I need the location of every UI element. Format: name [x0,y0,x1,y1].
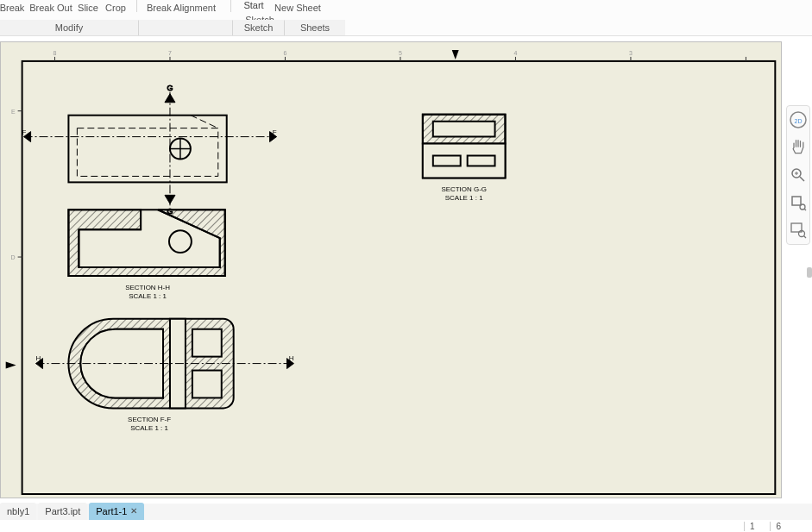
svg-rect-39 [192,329,222,357]
ribbon-row-1: Break Break Out Slice Crop Break Alignme… [0,0,812,12]
svg-rect-24 [68,116,226,183]
tab-assembly1[interactable]: nbly1 [0,503,36,520]
svg-text:E: E [11,109,16,115]
nav-2d-icon[interactable]: 2D [789,110,808,129]
cursor-marker-top [452,50,459,59]
document-tabs: nbly1 Part3.ipt Part1-1 ✕ [0,503,146,520]
statusbar: 1 6 [0,520,812,532]
drawing-canvas-area: 8 7 6 5 4 3 E D [0,36,812,504]
svg-text:6: 6 [284,50,287,56]
svg-point-37 [169,230,192,253]
status-page-current: 1 [744,522,760,531]
tab-part3[interactable]: Part3.ipt [38,503,87,520]
svg-text:8: 8 [54,50,57,56]
tab-part1-1[interactable]: Part1-1 ✕ [89,503,144,520]
svg-line-59 [804,236,807,239]
zoom-icon[interactable] [789,166,808,185]
section-ff-scale: SCALE 1 : 1 [130,424,168,432]
svg-line-56 [804,209,806,210]
ribbon-divider [136,0,137,12]
svg-rect-45 [423,144,506,178]
start-sketch-top: Start [243,0,263,10]
svg-rect-40 [192,371,222,398]
marker-F-right: F [273,128,277,136]
section-gg-title: SECTION G-G [441,185,487,193]
panel-sheets[interactable]: Sheets [285,20,345,35]
panel-ba-spacer [138,20,233,35]
section-hh-scale: SCALE 1 : 1 [129,292,167,300]
svg-marker-32 [165,195,175,203]
svg-text:5: 5 [399,50,402,56]
marker-H-left: H [36,354,41,362]
section-hh-title: SECTION H-H [125,284,170,291]
section-gg-scale: SCALE 1 : 1 [445,194,483,202]
section-g-g: SECTION G-G SCALE 1 : 1 [423,115,506,203]
scrollbar-vertical[interactable] [807,267,812,278]
svg-marker-31 [165,94,175,103]
marker-G-top: G [167,84,173,92]
svg-text:D: D [11,254,16,260]
panel-modify[interactable]: Modify [0,20,138,35]
svg-text:4: 4 [514,50,518,56]
top-plan-view: G G F F [22,84,277,216]
panel-sketch[interactable]: Sketch [233,20,285,35]
ribbon-divider [230,0,231,12]
drawing-sheet[interactable]: 8 7 6 5 4 3 E D [0,41,782,498]
status-page-total: 6 [770,522,786,531]
svg-line-51 [800,177,804,181]
close-icon[interactable]: ✕ [130,507,137,516]
look-at-icon[interactable] [789,193,808,212]
cursor-marker-left [6,362,16,369]
navigation-bar: 2D [786,105,810,245]
marker-F-left: F [22,128,27,136]
svg-rect-25 [77,128,217,177]
zoom-window-icon[interactable] [789,221,808,240]
ribbon-panels: Modify Sketch Sheets [0,20,812,35]
section-f-f: H H SECTION F-F SCALE 1 : 1 [36,319,294,433]
section-ff-title: SECTION F-F [128,416,171,423]
svg-rect-54 [792,197,801,205]
pan-hand-icon[interactable] [789,138,808,157]
svg-text:2D: 2D [795,118,803,124]
section-h-h: SECTION H-H SCALE 1 : 1 [68,210,224,300]
start-sketch-button[interactable]: Start [235,0,273,12]
marker-H-right: H [289,354,294,362]
ribbon: Break Break Out Slice Crop Break Alignme… [0,0,812,36]
svg-text:7: 7 [168,50,172,56]
svg-text:3: 3 [629,50,633,56]
svg-line-26 [191,116,218,128]
